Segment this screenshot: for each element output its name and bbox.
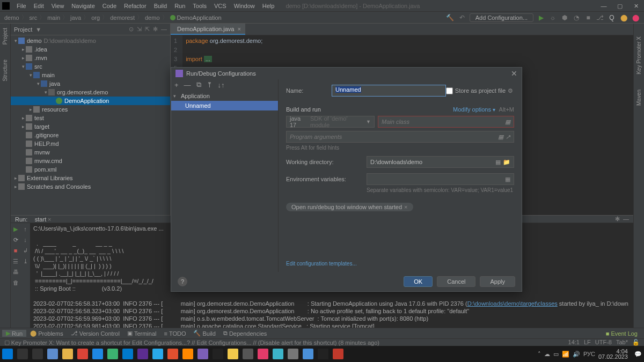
status-icon[interactable]: ▢ bbox=[4, 339, 10, 346]
settings-icon[interactable]: ✻ bbox=[153, 26, 158, 33]
wrap-icon[interactable]: ↲ bbox=[23, 247, 28, 254]
menu-build[interactable]: Build bbox=[150, 3, 171, 9]
tray-notifications-icon[interactable]: 💬 bbox=[634, 351, 642, 358]
menu-navigate[interactable]: Navigate bbox=[68, 3, 98, 9]
taskbar-app[interactable] bbox=[318, 349, 328, 359]
run-config-name[interactable]: start bbox=[35, 216, 46, 223]
cancel-button[interactable]: Cancel bbox=[437, 276, 475, 287]
menu-edit[interactable]: Edit bbox=[30, 3, 48, 9]
taskbar-app[interactable] bbox=[122, 349, 133, 359]
crumb[interactable]: demo bbox=[145, 14, 160, 21]
taskbar-app[interactable] bbox=[228, 349, 238, 359]
tree-row[interactable]: mvnw bbox=[11, 148, 170, 157]
print-icon[interactable]: 🖶 bbox=[13, 268, 19, 276]
tree-row[interactable]: ▸.idea bbox=[11, 45, 170, 54]
tw-eventlog[interactable]: ■Event Log bbox=[602, 330, 642, 337]
gear-icon[interactable]: ✻ bbox=[615, 216, 620, 223]
save-button[interactable]: ⤒ bbox=[207, 81, 213, 89]
taskbar-app[interactable] bbox=[197, 349, 208, 359]
search-icon[interactable] bbox=[17, 349, 28, 359]
taskbar-app[interactable] bbox=[213, 349, 223, 359]
profile-icon[interactable]: ◔ bbox=[572, 13, 581, 22]
taskbar-app[interactable] bbox=[258, 349, 268, 359]
debug-icon[interactable]: ☼ bbox=[548, 13, 557, 22]
crumb[interactable]: demo bbox=[4, 14, 19, 21]
apply-button[interactable]: Apply bbox=[480, 276, 515, 287]
layout-icon[interactable]: ☰ bbox=[13, 257, 18, 265]
tree-row[interactable]: .gitignore bbox=[11, 131, 170, 139]
crumb[interactable]: demorest bbox=[110, 14, 135, 21]
down-icon[interactable]: ↓ bbox=[24, 236, 27, 243]
tw-deps[interactable]: ⧉Dependencies bbox=[219, 330, 270, 337]
tray-cloud-icon[interactable]: ☁ bbox=[544, 351, 550, 358]
editor-tab[interactable]: DemoApplication.java × bbox=[171, 24, 245, 35]
taskbar-app[interactable] bbox=[137, 349, 148, 359]
option-tag[interactable]: Open run/debug tool window when started× bbox=[286, 203, 413, 211]
menu-run[interactable]: Run bbox=[171, 3, 189, 9]
tree-row[interactable]: mvnw.cmd bbox=[11, 157, 170, 165]
tray-wifi-icon[interactable]: 📶 bbox=[562, 351, 569, 358]
select-opened-icon[interactable]: ⊙ bbox=[129, 26, 134, 33]
trash-icon[interactable]: 🗑 bbox=[13, 279, 19, 286]
menu-view[interactable]: View bbox=[48, 3, 68, 9]
tree-row[interactable]: ▸test bbox=[11, 114, 170, 122]
search-icon[interactable]: Q bbox=[608, 13, 616, 22]
jdk-select[interactable]: java 17SDK of 'demo' module▼ bbox=[286, 116, 375, 128]
tree-row[interactable]: ▸Scratches and Consoles bbox=[11, 182, 170, 191]
tree-row[interactable]: ▾java bbox=[11, 79, 170, 88]
menu-code[interactable]: Code bbox=[99, 3, 120, 9]
tree-row[interactable]: ▸External Libraries bbox=[11, 174, 170, 182]
taskbar-app[interactable] bbox=[303, 349, 313, 359]
taskbar-app[interactable] bbox=[92, 349, 103, 359]
menu-file[interactable]: File bbox=[13, 3, 30, 9]
ide-icon[interactable]: ⬤ bbox=[631, 13, 640, 22]
updates-icon[interactable]: ⬤ bbox=[619, 13, 628, 22]
config-item[interactable]: Unnamed bbox=[171, 101, 278, 110]
tw-terminal[interactable]: ▣Terminal bbox=[123, 330, 160, 337]
program-args-input[interactable]: Program arguments▦↗ bbox=[286, 131, 514, 143]
hide-icon[interactable]: — bbox=[161, 26, 167, 33]
close-icon[interactable]: × bbox=[237, 26, 240, 32]
collapse-icon[interactable]: ⇱ bbox=[145, 26, 150, 33]
line-sep[interactable]: LF bbox=[584, 339, 591, 346]
taskbar-app[interactable] bbox=[288, 349, 298, 359]
crumb[interactable]: main bbox=[47, 14, 60, 21]
tray-clock[interactable]: 4:0407.02.2023 bbox=[598, 349, 631, 359]
taskbar-app[interactable] bbox=[62, 349, 73, 359]
add-configuration[interactable]: Add Configuration... bbox=[470, 13, 533, 22]
menu-window[interactable]: Window bbox=[230, 3, 259, 9]
tree-row[interactable]: ▸resources bbox=[11, 105, 170, 114]
indent[interactable]: Tab* bbox=[616, 339, 628, 346]
menu-tools[interactable]: Tools bbox=[189, 3, 210, 9]
tree-row[interactable]: DemoApplication bbox=[11, 97, 170, 105]
encoding[interactable]: UTF-8 bbox=[595, 339, 612, 346]
hammer-icon[interactable]: 🔨 bbox=[446, 13, 455, 22]
run-icon[interactable]: ▶ bbox=[537, 13, 545, 22]
tray-lang[interactable]: РУС bbox=[583, 351, 595, 357]
nav-back-icon[interactable]: ↶ bbox=[458, 13, 466, 22]
window-close[interactable]: ✕ bbox=[628, 0, 644, 12]
stop-icon[interactable]: ■ bbox=[14, 247, 18, 254]
config-category[interactable]: ▾Application bbox=[171, 91, 278, 101]
tree-row[interactable]: HELP.md bbox=[11, 139, 170, 148]
taskbar-app[interactable] bbox=[273, 349, 283, 359]
coverage-icon[interactable]: ⬢ bbox=[560, 13, 569, 22]
stop-icon[interactable]: ■ bbox=[584, 13, 592, 22]
taskbar-app[interactable] bbox=[77, 349, 88, 359]
project-header[interactable]: Project bbox=[14, 26, 34, 33]
menu-vcs[interactable]: VCS bbox=[210, 3, 230, 9]
tw-todo[interactable]: ≡TODO bbox=[160, 330, 189, 337]
tw-run[interactable]: ▶Run bbox=[2, 330, 26, 337]
taskbar-app[interactable] bbox=[333, 349, 343, 359]
taskbar-app[interactable] bbox=[152, 349, 163, 359]
taskbar-app[interactable] bbox=[243, 349, 253, 359]
env-input[interactable]: ▦ bbox=[367, 173, 514, 185]
hide-icon[interactable]: — bbox=[623, 216, 629, 223]
sidetab-keypromoter[interactable]: Key Promoter X bbox=[635, 34, 643, 77]
tree-row[interactable]: ▸.mvn bbox=[11, 54, 170, 62]
sort-button[interactable]: ↓↑ bbox=[218, 81, 225, 89]
stop-icon[interactable]: ⟳ bbox=[13, 236, 18, 243]
tw-build[interactable]: 🔨Build bbox=[189, 330, 219, 337]
working-dir-input[interactable]: D:\downloads\demo▦📁 bbox=[367, 156, 514, 168]
tree-row[interactable]: pom.xml bbox=[11, 165, 170, 174]
